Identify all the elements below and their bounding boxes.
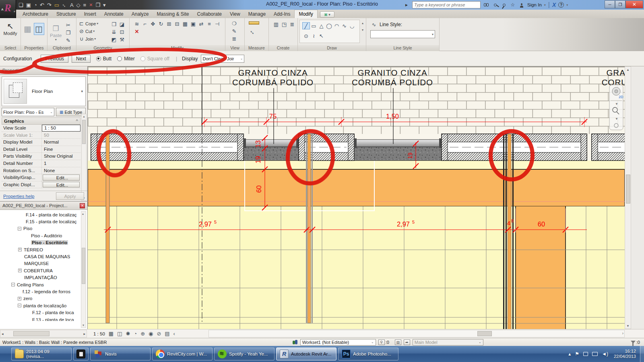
previous-button[interactable]: Previous [41,55,68,63]
modify-tool-icon[interactable]: ⊣ [213,20,221,28]
expand-icon[interactable]: + [18,269,22,272]
volume-icon[interactable]: ◄) [602,351,608,357]
view-scale[interactable]: 1 : 50 [93,331,105,336]
tree-item-label[interactable]: Piso - Escritório [31,240,68,245]
view-control-icon[interactable]: ⊘ [157,331,161,337]
qat-icon[interactable]: ↶ [40,2,44,8]
tree-item-label[interactable]: zero [23,296,32,301]
modify-tool-icon[interactable]: ⌐ [141,20,149,28]
draw-tool-icon[interactable]: ◠ [333,22,341,29]
network-icon[interactable] [592,352,598,356]
dim-75[interactable]: 75 [269,113,277,120]
taskbar-item-chrome[interactable]: RevitCity.com | W... [152,348,213,360]
show-desktop-button[interactable] [640,346,644,362]
close-button[interactable]: ✕ [625,0,643,8]
qat-icon[interactable]: ▭ [54,2,59,8]
property-value[interactable]: 1 [42,160,80,167]
taskbar-item-photoshop[interactable]: Ps Adobe Photosho... [338,348,398,360]
draw-tool-icon[interactable]: ≀ [310,33,318,40]
property-row[interactable]: Scale Value 1: 50 [2,132,80,139]
geometry-icon[interactable]: ⇊ [110,28,118,36]
draw-tool-icon[interactable]: ◯ [325,22,333,29]
editable-only-icon[interactable]: ⚲ [378,339,385,345]
measure-aligned-icon[interactable]: ↔ [248,27,258,37]
search-icon[interactable] [483,2,489,8]
tray-expand-icon[interactable]: ▴ [568,351,571,357]
worksets-icon[interactable] [293,340,298,345]
tree-item[interactable]: Piso - Auditório [0,232,87,239]
drawing-area[interactable]: GRANITO CINZA CORUMBÁ POLIDO GRANITO CIN… [88,66,625,329]
wall-segment[interactable] [442,134,587,160]
dim-297-right[interactable]: 2,97 [397,220,410,228]
tree-item-label[interactable]: F.14 - planta de localizaç [26,212,77,217]
scroll-up-icon[interactable]: ▴ [82,115,86,118]
properties-help-link[interactable]: Properties help [3,194,34,199]
help-icon[interactable]: ? [558,2,564,8]
create-tool-icon[interactable]: ≣ [288,21,296,28]
view-tool-icon[interactable]: ≣ [230,35,238,43]
panel-geometry-label[interactable]: Geometry [76,45,129,51]
display-select[interactable]: Don't Clean Joir ⌄ [201,55,244,63]
close-icon[interactable]: ✕ [80,203,85,208]
modify-tool-icon[interactable]: ↻ [157,20,165,28]
taskbar-item-app[interactable] [73,348,89,360]
dim-19[interactable]: 19 [254,156,262,163]
property-row[interactable]: Detail Level Fine [2,146,80,153]
view-control-icon[interactable]: ▤ [165,331,169,337]
taskbar-clock[interactable]: 16:12 22/04/2013 [614,349,636,359]
granito-joint[interactable] [354,138,442,160]
property-row[interactable]: Detail Number 1 [2,160,80,167]
tree-item-label[interactable]: Piso - Auditório [31,233,62,238]
panel-view-label[interactable]: View [225,45,244,51]
clipboard-icon[interactable]: ✎ [64,37,72,44]
tree-item[interactable]: −planta de localização [0,302,87,309]
draw-tool-icon[interactable]: △ [318,22,325,29]
minimize-button[interactable]: ─ [605,0,615,8]
tree-item[interactable]: f.12 - legenda de forros [0,288,87,295]
paste-button[interactable]: ❐ Paste ▾ [50,24,62,41]
taskbar-item-spotify[interactable]: Spotify - Yeah Ye... [214,348,275,360]
tree-item[interactable]: F.12 - planta de loca [0,309,87,316]
exclude-options-icon[interactable]: ➦ [404,339,410,345]
qat-icon[interactable]: ▣ [26,2,31,8]
design-option-select[interactable]: Main Model ⌄ [413,339,483,346]
qat-icon[interactable]: ↷ [47,2,52,8]
modal-tab-indicator[interactable]: ▣▾ [320,11,334,18]
tree-item[interactable]: IMPLANTAÇÃO [0,274,87,281]
radio-butt[interactable] [96,56,101,61]
scroll-down-icon[interactable]: ▾ [83,323,84,327]
workset-select[interactable]: Workset1 (Not Editable) ⌄ [300,339,376,346]
expand-icon[interactable]: + [18,297,21,300]
scrollbar-thumb[interactable] [13,331,50,336]
instance-selector[interactable]: Floor Plan: Piso - Es ⌄ [2,108,54,116]
panel-measure-label[interactable]: Measure [245,45,268,51]
search-input[interactable] [412,1,481,8]
tab-view[interactable]: View [226,10,244,18]
modify-tool-icon[interactable]: ⊞ [165,20,173,28]
view-control-icon[interactable]: ◔ [134,331,137,337]
dim-60-bottom[interactable]: 60 [538,220,545,228]
panel-line-style-label[interactable]: Line Style [366,45,439,51]
modify-tool-icon[interactable]: ▣ [189,20,197,28]
view-tool-icon[interactable]: ✎ [230,27,238,35]
sign-in-caret-icon[interactable]: ▾ [544,3,546,7]
tree-item-label[interactable]: MARQUISE [24,261,49,266]
favorites-star-icon[interactable]: ☆ [510,2,516,8]
tree-item[interactable]: −Ceiling Plans [0,281,87,288]
granito-joint[interactable] [243,138,299,160]
qat-icon[interactable]: ≡ [83,2,87,8]
draw-tool-icon[interactable]: ╱ [302,22,310,29]
drawing-canvas[interactable]: GRANITO CINZA CORUMBÁ POLIDO GRANITO CIN… [88,67,625,329]
granito-label[interactable]: GRANITO CINZA [357,68,427,77]
scrollbar-thumb[interactable] [82,248,85,284]
sign-in-link[interactable]: Sign In [527,2,542,7]
exchange-apps-icon[interactable]: X [552,2,556,8]
scrollbar-thumb[interactable] [477,331,492,336]
tree-item[interactable]: +COBERTURA [0,267,87,274]
collapse-icon[interactable]: − [11,283,15,286]
property-row[interactable]: Parts Visibility Show Original [2,153,80,160]
apply-button[interactable]: Apply [56,192,84,200]
property-row[interactable]: Graphic Displ... Edit... [2,181,80,189]
modify-tool-icon[interactable]: ✕ [133,28,141,35]
qat-icon[interactable]: ◔ [34,2,37,8]
